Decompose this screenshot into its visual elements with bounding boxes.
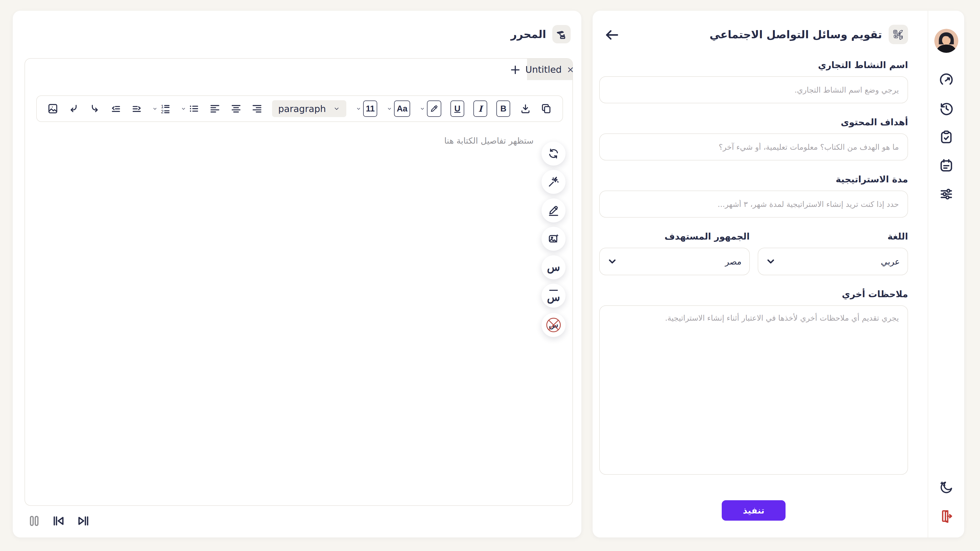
edit-button[interactable] — [542, 198, 566, 222]
skip-start-button[interactable] — [52, 514, 66, 528]
chevron-down-icon — [608, 257, 617, 266]
strategy-form: تقويم وسائل التواصل الاجتماعي اسم النشاط… — [593, 11, 928, 537]
redo-icon — [89, 103, 100, 114]
chevron-down-icon — [766, 257, 776, 266]
redo-button[interactable] — [89, 103, 100, 114]
font-family-dropdown[interactable]: Aa — [387, 100, 410, 117]
pause-button[interactable] — [27, 514, 41, 528]
diacritics-off-button[interactable]: س — [542, 313, 566, 337]
regenerate-button[interactable] — [542, 141, 566, 165]
sidebar-item-tasks[interactable] — [938, 129, 955, 145]
align-right-icon — [251, 103, 263, 114]
content-goals-input[interactable] — [599, 133, 908, 160]
submit-row: تنفيذ — [599, 500, 908, 521]
skip-end-button[interactable] — [76, 514, 90, 528]
form-title: تقويم وسائل التواصل الاجتماعي — [710, 28, 882, 41]
logout-button[interactable] — [938, 508, 955, 524]
ordered-list-icon: 1 2 — [159, 103, 171, 114]
back-button[interactable] — [604, 27, 620, 43]
sliders-icon — [939, 186, 954, 202]
align-left-button[interactable] — [209, 103, 221, 114]
avatar[interactable] — [934, 29, 958, 53]
font-size-dropdown[interactable]: 11 — [355, 100, 377, 117]
audience-column: الجمهور المستهدف مصر — [599, 231, 750, 275]
content-goals-field: أهداف المحتوى — [599, 117, 908, 160]
bullet-list-button[interactable] — [180, 103, 200, 114]
overline-mark — [549, 290, 558, 291]
audience-select[interactable]: مصر — [599, 248, 750, 275]
enhance-button[interactable] — [542, 170, 566, 194]
image-icon — [47, 103, 59, 114]
skip-to-start-icon — [52, 514, 66, 528]
underline-button[interactable]: U — [450, 100, 464, 117]
bold-button[interactable]: B — [496, 100, 510, 117]
align-right-button[interactable] — [251, 103, 263, 114]
sidebar-item-settings[interactable] — [938, 186, 955, 202]
language-value: عربي — [881, 257, 900, 267]
download-icon — [520, 103, 531, 114]
sidebar-item-dashboard[interactable] — [938, 72, 955, 88]
download-button[interactable] — [520, 103, 531, 114]
form-header: تقويم وسائل التواصل الاجتماعي — [599, 25, 908, 44]
app-background: المحرر Untitled × + — [0, 0, 980, 551]
strategy-panel: تقويم وسائل التواصل الاجتماعي اسم النشاط… — [593, 11, 964, 537]
arrow-left-icon — [604, 27, 620, 43]
language-label: اللغة — [758, 231, 908, 241]
content-goals-label: أهداف المحتوى — [599, 117, 908, 127]
editor-title: المحرر — [511, 28, 546, 41]
ordered-list-button[interactable]: 1 2 — [152, 103, 171, 114]
business-name-field: اسم النشاط التجاري — [599, 60, 908, 103]
diacritics-line-button[interactable]: س — [542, 284, 566, 308]
tab-label: Untitled — [525, 64, 562, 75]
chevron-down-icon — [355, 106, 362, 112]
calendar-note-icon — [939, 158, 954, 173]
tab-untitled[interactable]: Untitled × — [527, 59, 573, 80]
add-tab-button[interactable]: + — [508, 62, 522, 76]
paragraph-style-dropdown[interactable]: paragraph — [272, 100, 346, 117]
sidebar-item-calendar[interactable] — [938, 157, 955, 174]
copy-button[interactable] — [541, 103, 552, 114]
crossed-circle-icon — [546, 317, 562, 333]
diacritics-button[interactable]: س — [542, 256, 566, 279]
social-media-icon — [892, 28, 905, 41]
skip-to-end-icon — [76, 514, 90, 528]
chevron-down-icon — [333, 105, 340, 112]
align-center-button[interactable] — [230, 103, 242, 114]
align-left-icon — [209, 103, 221, 114]
language-select[interactable]: عربي — [758, 248, 908, 275]
editor-placeholder-text: ستظهر تفاصيل الكتابة هنا — [444, 136, 534, 146]
business-name-label: اسم النشاط التجاري — [599, 60, 908, 70]
pencil-icon — [430, 104, 439, 113]
seen-letter: س — [547, 292, 560, 303]
undo-button[interactable] — [68, 103, 80, 114]
theme-toggle[interactable] — [938, 479, 955, 495]
tab-close-icon[interactable]: × — [567, 65, 574, 74]
italic-label: I — [473, 100, 487, 117]
playback-controls — [27, 514, 90, 528]
outdent-button[interactable] — [110, 103, 122, 114]
highlight-pencil-box — [427, 100, 441, 117]
copy-icon — [541, 103, 552, 114]
notes-label: ملاحظات أخري — [599, 289, 908, 299]
chevron-down-icon — [387, 106, 393, 112]
svg-text:1: 1 — [161, 104, 164, 109]
indent-button[interactable] — [131, 103, 143, 114]
italic-button[interactable]: I — [473, 100, 487, 117]
language-audience-row: اللغة عربي الجمهور المستهدف مصر — [599, 231, 908, 275]
chevron-down-icon — [180, 106, 186, 112]
notes-field: ملاحظات أخري — [599, 289, 908, 476]
history-icon — [939, 100, 954, 116]
sidebar-item-history[interactable] — [938, 100, 955, 117]
editor-icon-box — [552, 25, 571, 43]
align-center-icon — [230, 103, 242, 114]
insert-image-button[interactable] — [47, 103, 59, 114]
language-column: اللغة عربي — [758, 231, 908, 275]
generate-image-button[interactable] — [542, 227, 566, 251]
business-name-input[interactable] — [599, 76, 908, 103]
editor-panel: المحرر Untitled × + — [13, 11, 581, 537]
bold-label: B — [496, 100, 510, 117]
notes-textarea[interactable] — [599, 305, 908, 475]
highlight-dropdown[interactable] — [419, 100, 441, 117]
submit-button[interactable]: تنفيذ — [722, 500, 786, 521]
strategy-duration-input[interactable] — [599, 191, 908, 218]
